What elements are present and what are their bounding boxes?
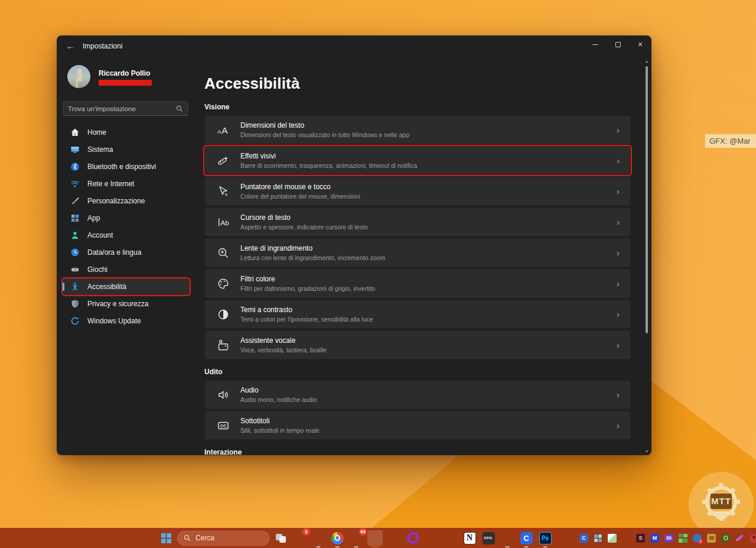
tray-screen-icon xyxy=(664,534,673,542)
tray-note-button[interactable] xyxy=(607,533,617,543)
tray-grid-button[interactable] xyxy=(593,533,603,543)
scrollbar[interactable]: ▲ ▼ xyxy=(644,59,650,454)
settings-row-lente-di-ingrandimento[interactable]: Lente di ingrandimentoLettura con lente … xyxy=(204,238,631,267)
scrollbar-thumb[interactable] xyxy=(646,66,648,333)
row-title: Sottotitoli xyxy=(240,417,320,425)
update-icon xyxy=(70,316,80,326)
privacy-icon xyxy=(70,299,80,309)
magnifier-icon xyxy=(216,246,230,260)
sidebar-item-account[interactable]: Account xyxy=(63,227,190,244)
sidebar-item-personalizzazione[interactable]: Personalizzazione xyxy=(63,193,190,209)
tray-c-button[interactable]: C xyxy=(579,533,589,543)
taskbar-photoshop-button[interactable]: Ps xyxy=(537,530,553,546)
search-box[interactable] xyxy=(63,101,188,116)
taskbar-spotify-button[interactable] xyxy=(443,530,458,546)
minimize-button[interactable] xyxy=(584,35,607,53)
taskbar-task-view-button[interactable] xyxy=(273,530,288,546)
tray-pen-button[interactable] xyxy=(735,533,745,543)
row-title: Puntatore del mouse e tocco xyxy=(240,183,360,191)
settings-row-assistente-vocale[interactable]: Assistente vocaleVoce, verbosità, tastie… xyxy=(204,330,631,359)
sidebar-item-windows-update[interactable]: Windows Update xyxy=(63,313,190,329)
settings-row-filtri-colore[interactable]: Filtri coloreFiltri per daltonismo, grad… xyxy=(204,269,631,298)
tray-m-button[interactable]: M xyxy=(650,533,660,543)
tray-red-button[interactable] xyxy=(749,533,756,543)
taskbar-telegram-button[interactable]: 93 xyxy=(348,530,364,546)
mtt-logo-text: MTT xyxy=(711,496,731,506)
settings-row-audio[interactable]: AudioAudio mono, notifiche audio› xyxy=(204,380,631,409)
avatar xyxy=(67,65,90,88)
taskbar-search[interactable]: Cerca xyxy=(177,531,269,546)
start-button[interactable] xyxy=(158,530,174,546)
mtt-gear-icon: MTT xyxy=(696,479,746,529)
mouse-pointer-icon xyxy=(216,184,230,199)
apps-icon xyxy=(70,213,80,223)
sidebar-item-data-ora-e-lingua[interactable]: Data/ora e lingua xyxy=(63,244,190,261)
profile-redacted-bar xyxy=(99,80,152,86)
row-title: Dimensioni del testo xyxy=(240,121,409,129)
row-title: Temi a contrasto xyxy=(240,306,373,314)
taskbar-steam-blue-button[interactable] xyxy=(500,530,515,546)
taskbar-c-app-button[interactable]: C xyxy=(519,530,534,546)
back-button[interactable]: ← xyxy=(61,39,79,53)
settings-row-sottotitoli[interactable]: CCSottotitoliStili, sottotitoli in tempo… xyxy=(204,411,631,440)
search-input[interactable] xyxy=(68,105,176,112)
home-icon xyxy=(70,128,80,137)
window-controls: ✕ xyxy=(584,35,651,57)
desktop: GFX: @Mar MTT ← Impostazioni xyxy=(0,0,756,548)
search-icon xyxy=(176,105,183,112)
row-title: Audio xyxy=(240,386,317,394)
system-tray: C!SM3 xyxy=(579,528,756,548)
sidebar-item-app[interactable]: App xyxy=(63,210,190,226)
minimize-icon xyxy=(592,44,598,45)
taskbar-purple-ring-button[interactable] xyxy=(405,530,421,546)
tray-s-button[interactable]: S xyxy=(636,533,646,543)
taskbar-notion-button[interactable]: N xyxy=(462,530,477,546)
purple-ring-icon xyxy=(407,532,419,544)
visual-effects-icon xyxy=(216,154,230,168)
taskbar-steam-button[interactable] xyxy=(424,530,439,546)
scroll-down-icon[interactable]: ▼ xyxy=(644,449,649,454)
tray-shield-warning-button[interactable]: ! xyxy=(621,533,631,543)
profile[interactable]: Riccardo Pollio xyxy=(63,61,190,96)
settings-row-dimensioni-del-testo[interactable]: AADimensioni del testoDimensioni del tes… xyxy=(204,115,631,144)
sidebar-item-bluetooth-e-dispositivi[interactable]: Bluetooth e dispositivi xyxy=(63,158,190,175)
sidebar-item-accessibilit[interactable]: Accessibilità xyxy=(63,278,190,295)
sidebar-nav: HomeSistemaBluetooth e dispositiviRete e… xyxy=(63,124,190,329)
sidebar-item-giochi[interactable]: Giochi xyxy=(63,261,190,278)
sidebar-item-home[interactable]: Home xyxy=(63,124,190,141)
chevron-right-icon: › xyxy=(617,125,620,134)
gfx-watermark: GFX: @Mar xyxy=(705,134,756,148)
photoshop-icon: Ps xyxy=(539,532,552,544)
datetime-icon xyxy=(70,248,80,257)
svg-text:A: A xyxy=(221,125,228,135)
taskbar-settings-gear-button[interactable] xyxy=(367,530,383,546)
sidebar-item-sistema[interactable]: Sistema xyxy=(63,141,190,158)
tray-tan-button[interactable] xyxy=(706,533,716,543)
sidebar-item-privacy-e-sicurezza[interactable]: Privacy e sicurezza xyxy=(63,296,190,312)
settings-row-effetti-visivi[interactable]: Effetti visiviBarre di scorrimento, tras… xyxy=(204,146,631,175)
maximize-button[interactable] xyxy=(607,35,629,53)
tray-screen-button[interactable] xyxy=(664,533,674,543)
sidebar-item-rete-e-internet[interactable]: Rete e Internet xyxy=(63,176,190,192)
sidebar-item-label: Privacy e sicurezza xyxy=(87,300,148,308)
scroll-up-icon[interactable]: ▲ xyxy=(644,59,649,64)
tray-squares-button[interactable] xyxy=(678,533,688,543)
taskbar-discord-button[interactable] xyxy=(386,530,402,546)
tray-olive-button[interactable] xyxy=(721,533,731,543)
taskbar-apps: 393NEPICCPs xyxy=(273,530,553,546)
taskbar-epic-games-button[interactable]: EPIC xyxy=(481,530,496,546)
windows-logo-icon xyxy=(161,533,171,543)
taskbar-whatsapp-button[interactable]: 3 xyxy=(292,530,307,546)
tray-blue-badge-button[interactable]: 3 xyxy=(692,533,702,543)
row-subtitle: Colore del puntatore del mouse, dimensio… xyxy=(240,193,360,200)
close-button[interactable]: ✕ xyxy=(629,35,651,53)
row-subtitle: Voce, verbosità, tastiera, braille xyxy=(240,346,327,354)
taskbar-file-explorer-button[interactable] xyxy=(311,530,326,546)
taskbar-chrome-button[interactable] xyxy=(330,530,345,546)
settings-row-temi-a-contrasto[interactable]: Temi a contrastoTemi a colori per l'ipov… xyxy=(204,300,631,329)
mtt-logo: MTT xyxy=(689,472,754,537)
settings-row-cursore-di-testo[interactable]: AbCursore di testoAspetto e spessore, in… xyxy=(204,207,631,236)
sidebar-item-label: Account xyxy=(87,231,113,239)
settings-row-puntatore-del-mouse-e-tocco[interactable]: Puntatore del mouse e toccoColore del pu… xyxy=(204,177,631,206)
maximize-icon xyxy=(615,42,621,47)
